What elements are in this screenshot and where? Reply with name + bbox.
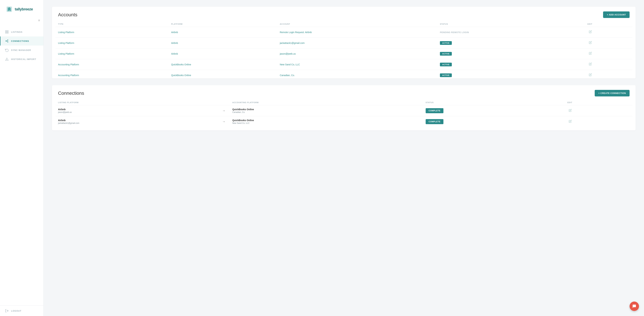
accounts-header: Accounts + ADD ACCOUNT: [52, 7, 636, 21]
sidebar-item-label-historical: HISTORICAL IMPORT: [11, 58, 36, 61]
col-listing-platform: LISTING PLATFORM: [55, 100, 218, 105]
pencil-icon: [589, 30, 592, 33]
connections-table-body: Airbnb jason@jweb.us → QuickBooks Online…: [55, 105, 632, 127]
table-row: Accounting Platform QuickBooks Online Ca…: [55, 70, 632, 79]
connections-section: Connections + CREATE CONNECTION LISTING …: [52, 85, 636, 130]
logo-icon: [5, 5, 14, 14]
col-edit: EDIT: [585, 21, 632, 27]
logout-button[interactable]: Logout: [5, 309, 38, 313]
arrow-cell: →: [218, 105, 230, 116]
svg-rect-5: [7, 32, 8, 33]
connections-header: Connections + CREATE CONNECTION: [52, 85, 636, 100]
create-connection-button[interactable]: + CREATE CONNECTION: [595, 90, 630, 96]
sidebar-item-sync-manager[interactable]: SYNC MANAGER: [0, 46, 44, 55]
chat-icon: [632, 304, 636, 308]
row-status: ACTIVE: [437, 70, 585, 79]
edit-connection-button[interactable]: [567, 119, 573, 124]
col-accounting-platform: ACCOUNTING PLATFORM: [230, 100, 423, 105]
svg-rect-3: [7, 31, 8, 32]
row-type: Accounting Platform: [55, 70, 168, 79]
conn-status: COMPLETE: [423, 105, 565, 116]
conn-status: COMPLETE: [423, 116, 565, 127]
row-edit: [585, 59, 632, 70]
col-arrow: [218, 100, 230, 105]
row-status: PENDING REMOTE LOGIN: [437, 27, 585, 38]
connections-table-head: LISTING PLATFORM ACCOUNTING PLATFORM STA…: [55, 100, 632, 105]
row-type: Listing Platform: [55, 27, 168, 38]
row-account: Remote Login Request: Airbnb: [277, 27, 437, 38]
row-edit: [585, 27, 632, 38]
accounting-name: QuickBooks Online: [232, 119, 420, 122]
row-status: ACTIVE: [437, 38, 585, 48]
sidebar-item-label-sync: SYNC MANAGER: [11, 49, 31, 51]
edit-connection-button[interactable]: [567, 108, 573, 113]
row-status: ACTIVE: [437, 48, 585, 59]
edit-account-button[interactable]: [588, 40, 593, 46]
conn-accounting: QuickBooks Online Canadian, Co.: [230, 105, 423, 116]
logo-text: tallybreeze: [15, 7, 33, 12]
row-platform: QuickBooks Online: [168, 59, 277, 70]
table-row: Listing Platform Airbnb jason@jweb.us AC…: [55, 48, 632, 59]
connections-icon: [5, 39, 9, 43]
svg-line-9: [6, 40, 8, 41]
row-platform: QuickBooks Online: [168, 70, 277, 79]
sidebar: tallybreeze ≡ LISTINGS CONNECTIONS SYNC …: [0, 0, 44, 316]
svg-line-10: [6, 41, 8, 42]
col-status: STATUS: [423, 100, 565, 105]
svg-rect-4: [6, 32, 6, 33]
row-platform: Airbnb: [168, 48, 277, 59]
sidebar-item-label-connections: CONNECTIONS: [11, 40, 29, 42]
edit-account-button[interactable]: [588, 62, 593, 67]
edit-account-button[interactable]: [588, 30, 593, 35]
accounts-table: TYPE PLATFORM ACCOUNT STATUS EDIT Listin…: [55, 21, 632, 78]
row-edit: [585, 48, 632, 59]
listings-icon: [5, 30, 9, 34]
pencil-icon: [589, 41, 592, 44]
row-status: ACTIVE: [437, 59, 585, 70]
sidebar-footer: Logout: [0, 305, 44, 316]
table-row: Airbnb jason@jweb.us → QuickBooks Online…: [55, 105, 632, 116]
edit-account-button[interactable]: [588, 73, 593, 78]
accounting-sub: Canadian, Co.: [232, 111, 420, 113]
table-row: Listing Platform Airbnb Remote Login Req…: [55, 27, 632, 38]
sidebar-item-historical-import[interactable]: HISTORICAL IMPORT: [0, 55, 44, 64]
accounts-table-container: TYPE PLATFORM ACCOUNT STATUS EDIT Listin…: [52, 21, 636, 78]
row-account: New Sand Co, LLC: [277, 59, 437, 70]
pencil-icon: [569, 109, 572, 112]
sidebar-nav: LISTINGS CONNECTIONS SYNC MANAGER HISTOR…: [0, 26, 44, 305]
svg-rect-2: [6, 31, 6, 32]
col-account: ACCOUNT: [277, 21, 437, 27]
listing-name: Airbnb: [58, 108, 215, 111]
conn-edit: [565, 116, 632, 127]
sidebar-item-listings[interactable]: LISTINGS: [0, 27, 44, 37]
accounts-table-body: Listing Platform Airbnb Remote Login Req…: [55, 27, 632, 79]
logo-container: tallybreeze: [0, 0, 44, 17]
listing-sub: jason@jweb.us: [58, 111, 215, 113]
logout-icon: [5, 309, 9, 313]
main-content: Accounts + ADD ACCOUNT TYPE PLATFORM ACC…: [44, 0, 644, 316]
arrow-right-icon: →: [220, 120, 227, 123]
row-edit: [585, 38, 632, 48]
pencil-icon: [569, 120, 572, 123]
hamburger-menu[interactable]: ≡: [0, 17, 44, 26]
listing-sub: jackattack1@gmail.com: [58, 122, 215, 124]
listing-name: Airbnb: [58, 119, 215, 122]
edit-account-button[interactable]: [588, 51, 593, 56]
arrow-cell: →: [218, 116, 230, 127]
accounting-name: QuickBooks Online: [232, 108, 420, 111]
pencil-icon: [589, 63, 592, 66]
accounts-table-head: TYPE PLATFORM ACCOUNT STATUS EDIT: [55, 21, 632, 27]
col-type: TYPE: [55, 21, 168, 27]
add-account-button[interactable]: + ADD ACCOUNT: [603, 12, 630, 18]
table-row: Airbnb jackattack1@gmail.com → QuickBook…: [55, 116, 632, 127]
col-platform: PLATFORM: [168, 21, 277, 27]
conn-accounting: QuickBooks Online New Sand Co, LLC: [230, 116, 423, 127]
chat-bubble-button[interactable]: [630, 301, 639, 311]
row-platform: Airbnb: [168, 38, 277, 48]
conn-edit: [565, 105, 632, 116]
connections-table: LISTING PLATFORM ACCOUNTING PLATFORM STA…: [55, 100, 632, 127]
sidebar-item-connections[interactable]: CONNECTIONS: [0, 37, 44, 46]
pencil-icon: [589, 73, 592, 76]
logout-label: Logout: [11, 310, 22, 312]
table-row: Listing Platform Airbnb jackattack1@gmai…: [55, 38, 632, 48]
